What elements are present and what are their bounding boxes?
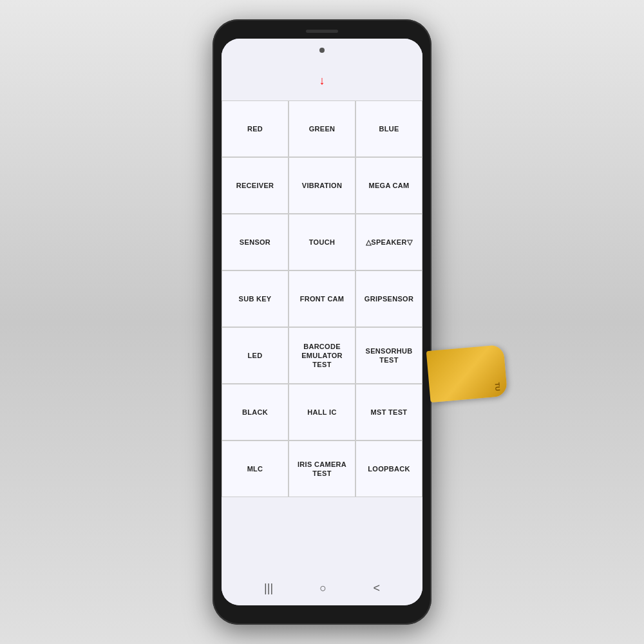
grid-cell-speaker[interactable]: △SPEAKER▽ <box>355 214 422 270</box>
flex-cable: TU <box>426 345 508 402</box>
grid-cell-receiver[interactable]: RECEIVER <box>222 157 289 214</box>
test-grid: RED GREEN BLUE RECEIVER VIBRATION MEGA C… <box>222 100 422 497</box>
grid-cell-green[interactable]: GREEN <box>289 100 355 157</box>
grid-cell-sub-key[interactable]: SUB KEY <box>222 270 289 327</box>
back-button[interactable]: < <box>373 582 380 595</box>
grid-cell-touch[interactable]: TOUCH <box>289 214 355 270</box>
grid-cell-hall-ic[interactable]: HALL IC <box>289 384 355 440</box>
grid-cell-iris-camera-test[interactable]: IRIS CAMERA TEST <box>289 440 355 497</box>
grid-cell-mst-test[interactable]: MST TEST <box>355 384 422 440</box>
navigation-bar: ||| ○ < <box>222 571 422 605</box>
grid-cell-blue[interactable]: BLUE <box>355 100 422 157</box>
phone-screen: ↓ RED GREEN BLUE RECEIVER VIBRATION MEGA… <box>222 39 422 605</box>
screen-top-bar <box>222 39 422 62</box>
phone-body: ↓ RED GREEN BLUE RECEIVER VIBRATION MEGA… <box>213 19 431 625</box>
home-button[interactable]: ○ <box>319 582 327 595</box>
grid-cell-front-cam[interactable]: FRONT CAM <box>289 270 355 327</box>
speaker-slot <box>306 30 338 33</box>
red-arrow-indicator: ↓ <box>319 74 325 88</box>
grid-cell-vibration[interactable]: VIBRATION <box>289 157 355 214</box>
grid-cell-barcode-emulator-test[interactable]: BARCODEEMULATOR TEST <box>289 327 355 384</box>
grid-cell-sensorhub-test[interactable]: SENSORHUB TEST <box>355 327 422 384</box>
scene: ↓ RED GREEN BLUE RECEIVER VIBRATION MEGA… <box>0 0 644 644</box>
grid-cell-gripsensor[interactable]: GRIPSENSOR <box>355 270 422 327</box>
flex-cable-label: TU <box>493 382 501 391</box>
recent-apps-button[interactable]: ||| <box>264 582 273 595</box>
grid-cell-red[interactable]: RED <box>222 100 289 157</box>
grid-cell-mlc[interactable]: MLC <box>222 440 289 497</box>
grid-cell-led[interactable]: LED <box>222 327 289 384</box>
front-camera-dot <box>319 48 325 53</box>
grid-cell-black[interactable]: BLACK <box>222 384 289 440</box>
grid-cell-mega-cam[interactable]: MEGA CAM <box>355 157 422 214</box>
grid-cell-sensor[interactable]: SENSOR <box>222 214 289 270</box>
grid-cell-loopback[interactable]: LOOPBACK <box>355 440 422 497</box>
